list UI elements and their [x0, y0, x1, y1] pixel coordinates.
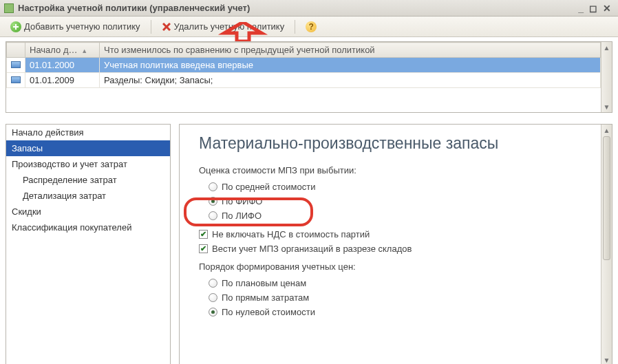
delete-policy-label: Удалить учетную политику: [174, 21, 285, 32]
sidebar-item-stocks[interactable]: Запасы: [6, 140, 170, 156]
cell-what: Разделы: Скидки; Запасы;: [100, 73, 601, 88]
radio-icon: [209, 211, 217, 220]
content-scrollbar[interactable]: ▲ ▼: [601, 125, 612, 364]
radio-icon: [209, 279, 217, 288]
content-heading: Материально-производственные запасы: [199, 134, 601, 153]
scroll-up-icon[interactable]: ▲: [601, 125, 612, 136]
radio-label: По прямым затратам: [222, 292, 309, 303]
sidebar-item-production[interactable]: Производство и учет затрат: [6, 156, 170, 172]
price-order-label: Порядок формирования учетных цен:: [199, 261, 601, 272]
scroll-down-icon[interactable]: ▼: [601, 101, 612, 112]
radio-icon: [209, 293, 217, 302]
row-icon: [11, 76, 21, 83]
scroll-track[interactable]: [601, 53, 612, 101]
close-button[interactable]: ✕: [600, 3, 614, 14]
col-header-what[interactable]: Что изменилось по сравнению с предыдущей…: [100, 43, 601, 58]
radio-icon: [209, 308, 217, 317]
radio-label: По плановым ценам: [222, 278, 306, 288]
radio-direct-cost[interactable]: По прямым затратам: [199, 290, 601, 305]
help-icon: ?: [306, 21, 317, 32]
radio-label: По ЛИФО: [222, 211, 262, 221]
add-policy-label: Добавить учетную политику: [24, 21, 140, 32]
radio-zero-cost[interactable]: По нулевой стоимости: [199, 305, 601, 319]
col-header-date[interactable]: Начало д… ▲: [25, 43, 100, 58]
maximize-button[interactable]: ◻: [586, 3, 600, 14]
toolbar-separator: [295, 20, 295, 34]
sidebar-item-discounts[interactable]: Скидки: [6, 204, 170, 220]
minimize-button[interactable]: _: [575, 3, 586, 14]
sort-asc-icon: ▲: [81, 47, 87, 54]
scroll-up-icon[interactable]: ▲: [601, 42, 612, 53]
table-row[interactable]: 01.01.2009 Разделы: Скидки; Запасы;: [7, 73, 601, 88]
radio-avg-cost[interactable]: По средней стоимости: [199, 180, 601, 194]
toolbar: Добавить учетную политику Удалить учетну…: [0, 17, 618, 37]
delete-icon: [162, 22, 171, 32]
add-icon: [10, 21, 21, 32]
radio-label: По средней стоимости: [222, 182, 315, 192]
evaluation-label: Оценка стоимости МПЗ при выбытии:: [199, 165, 601, 175]
cell-date: 01.01.2000: [25, 58, 100, 73]
sidebar-item-cost-alloc[interactable]: Распределение затрат: [6, 172, 170, 188]
titlebar: Настройка учетной политики (управленческ…: [0, 0, 618, 17]
table-row[interactable]: 01.01.2000 Учетная политика введена впер…: [7, 58, 601, 73]
check-vat[interactable]: ✔ Не включать НДС в стоимость партий: [199, 227, 601, 242]
toolbar-separator: [151, 20, 151, 34]
radio-icon: [209, 182, 217, 191]
scroll-down-icon[interactable]: ▼: [601, 354, 612, 364]
radio-plan-price[interactable]: По плановым ценам: [199, 276, 601, 290]
radio-icon: [209, 197, 217, 206]
cell-date: 01.01.2009: [25, 73, 100, 88]
cell-what: Учетная политика введена впервые: [100, 58, 601, 73]
checkbox-icon: ✔: [199, 244, 208, 253]
delete-policy-button[interactable]: Удалить учетную политику: [156, 19, 291, 34]
scroll-track[interactable]: [601, 261, 612, 354]
policy-table: Начало д… ▲ Что изменилось по сравнению …: [6, 41, 612, 113]
check-warehouse[interactable]: ✔ Вести учет МПЗ организаций в разрезе с…: [199, 242, 601, 256]
col-header-date-label: Начало д…: [30, 45, 78, 55]
sidebar-item-start[interactable]: Начало действия: [6, 125, 170, 140]
radio-label: По нулевой стоимости: [222, 307, 315, 317]
radio-lifo[interactable]: По ЛИФО: [199, 208, 601, 223]
check-label: Вести учет МПЗ организаций в разрезе скл…: [212, 244, 412, 254]
col-header-icon[interactable]: [7, 43, 25, 58]
window-title: Настройка учетной политики (управленческ…: [18, 3, 575, 13]
add-policy-button[interactable]: Добавить учетную политику: [4, 19, 147, 35]
radio-fifo[interactable]: По ФИФО: [199, 194, 601, 208]
radio-label: По ФИФО: [222, 196, 262, 206]
check-label: Не включать НДС в стоимость партий: [212, 229, 370, 239]
sidebar-item-customer-class[interactable]: Классификация покупателей: [6, 220, 170, 235]
app-icon: [4, 3, 14, 13]
sidebar-item-cost-detail[interactable]: Детализация затрат: [6, 188, 170, 204]
content-panel: Материально-производственные запасы Оцен…: [179, 124, 612, 364]
row-icon: [11, 61, 21, 68]
help-button[interactable]: ?: [299, 19, 323, 35]
scroll-thumb[interactable]: [603, 136, 610, 260]
checkbox-icon: ✔: [199, 230, 208, 239]
table-scrollbar[interactable]: ▲ ▼: [601, 42, 612, 112]
section-sidebar: Начало действия Запасы Производство и уч…: [6, 124, 171, 364]
